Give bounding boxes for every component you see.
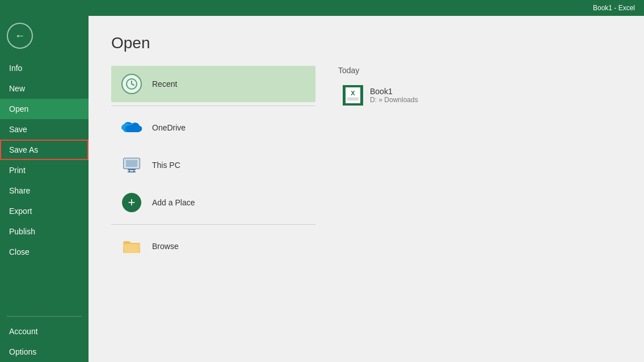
file-name: Book1 (370, 87, 418, 96)
sidebar-item-account[interactable]: Account (0, 321, 89, 342)
location-onedrive[interactable]: OneDrive (111, 110, 315, 146)
nav-divider (7, 316, 82, 317)
location-browse[interactable]: Browse (111, 228, 315, 264)
window-title: Book1 - Excel (593, 4, 635, 12)
sidebar-item-save-as[interactable]: Save As (0, 140, 89, 160)
browse-label: Browse (152, 242, 179, 251)
sidebar: ← Info New Open Save Save As Print Share… (0, 16, 89, 362)
sidebar-item-close[interactable]: Close (0, 242, 89, 262)
location-separator-2 (111, 224, 315, 225)
thispc-label: This PC (152, 161, 180, 170)
file-item-book1[interactable]: X Book1 D: » Downloads (338, 82, 621, 109)
back-button[interactable]: ← (7, 23, 33, 49)
sidebar-item-new[interactable]: New (0, 78, 89, 99)
clock-icon (121, 74, 142, 94)
location-recent[interactable]: Recent (111, 66, 315, 102)
main-layout: ← Info New Open Save Save As Print Share… (0, 16, 644, 362)
onedrive-icon (120, 116, 143, 139)
recent-files-panel: Today X Book1 D: » Download (338, 66, 621, 264)
sidebar-item-open[interactable]: Open (0, 99, 89, 119)
recent-label: Recent (152, 79, 177, 89)
onedrive-label: OneDrive (152, 123, 186, 132)
svg-rect-5 (126, 160, 137, 167)
sidebar-bottom: Account Options (0, 312, 89, 362)
title-bar: Book1 - Excel (0, 0, 644, 16)
sidebar-item-options[interactable]: Options (0, 342, 89, 362)
sidebar-item-share[interactable]: Share (0, 180, 89, 201)
sidebar-item-print[interactable]: Print (0, 160, 89, 180)
sidebar-item-info[interactable]: Info (0, 58, 89, 78)
location-separator-1 (111, 106, 315, 106)
addplace-icon: + (120, 191, 143, 214)
thispc-icon (120, 154, 143, 176)
page-title: Open (111, 34, 621, 52)
file-info: Book1 D: » Downloads (370, 87, 418, 104)
section-title-today: Today (338, 66, 621, 75)
sidebar-item-export[interactable]: Export (0, 201, 89, 221)
location-addplace[interactable]: + Add a Place (111, 184, 315, 221)
browse-icon (120, 235, 143, 258)
recent-icon (120, 73, 143, 95)
svg-line-2 (132, 84, 134, 85)
excel-file-icon: X (343, 85, 363, 106)
location-thispc[interactable]: This PC (111, 147, 315, 183)
content-area: Open Recent (89, 16, 644, 362)
file-path: D: » Downloads (370, 96, 418, 104)
addplace-label: Add a Place (152, 198, 195, 207)
location-list: Recent OneDrive (111, 66, 315, 264)
sidebar-item-publish[interactable]: Publish (0, 221, 89, 242)
sidebar-item-save[interactable]: Save (0, 119, 89, 140)
content-body: Recent OneDrive (111, 66, 621, 264)
